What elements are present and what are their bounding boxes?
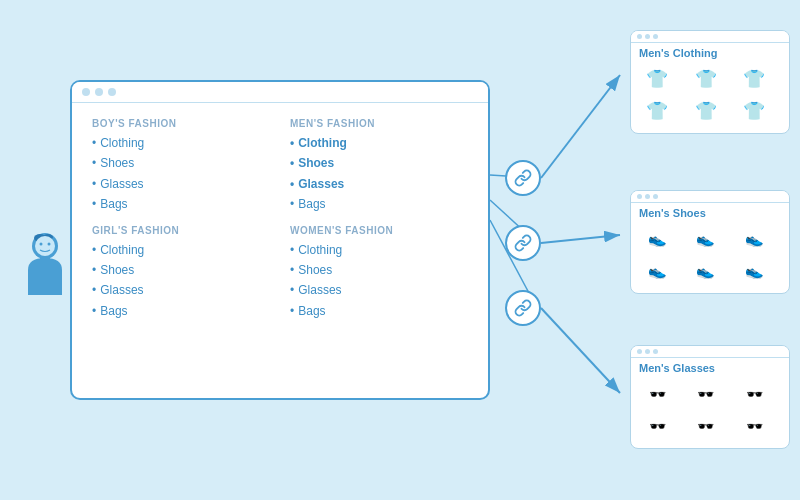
main-browser-window: BOY'S FASHION Clothing Shoes Glasses Bag… (70, 80, 490, 400)
svg-point-12 (40, 243, 43, 246)
mens-fashion-section: MEN'S FASHION Clothing Shoes Glasses Bag… (290, 118, 468, 215)
glasses-item: 🕶️ (688, 412, 724, 440)
card-dot (653, 194, 658, 199)
user-avatar (20, 230, 70, 295)
list-item[interactable]: Clothing (92, 240, 270, 260)
clothing-item: 👕 (736, 97, 772, 125)
boys-fashion-title: BOY'S FASHION (92, 118, 270, 129)
card-title: Men's Glasses (631, 358, 789, 376)
card-dot (637, 34, 642, 39)
list-item[interactable]: Shoes (92, 260, 270, 280)
list-item[interactable]: Bags (290, 301, 468, 321)
list-item[interactable]: Bags (92, 194, 270, 214)
link-icon-shoes[interactable] (505, 225, 541, 261)
svg-point-13 (48, 243, 51, 246)
girls-fashion-list: Clothing Shoes Glasses Bags (92, 240, 270, 322)
shoes-item: 👟 (688, 257, 724, 285)
card-titlebar (631, 191, 789, 203)
result-card-mens-shoes: Men's Shoes 👟 👟 👟 👟 👟 👟 (630, 190, 790, 294)
glasses-item: 🕶️ (736, 380, 772, 408)
svg-line-2 (541, 235, 620, 243)
glasses-item: 🕶️ (688, 380, 724, 408)
list-item[interactable]: Bags (92, 301, 270, 321)
shoes-item: 👟 (688, 225, 724, 253)
svg-point-11 (35, 236, 55, 256)
mens-fashion-title: MEN'S FASHION (290, 118, 468, 129)
svg-line-3 (541, 308, 620, 393)
card-items-grid: 👟 👟 👟 👟 👟 👟 (631, 221, 789, 293)
browser-dot-3 (108, 88, 116, 96)
card-dot (637, 194, 642, 199)
card-title: Men's Shoes (631, 203, 789, 221)
browser-dot-1 (82, 88, 90, 96)
list-item[interactable]: Glasses (290, 174, 468, 194)
browser-content: BOY'S FASHION Clothing Shoes Glasses Bag… (72, 103, 488, 336)
clothing-item: 👕 (688, 65, 724, 93)
glasses-item: 🕶️ (639, 412, 675, 440)
womens-fashion-list: Clothing Shoes Glasses Bags (290, 240, 468, 322)
list-item[interactable]: Glasses (290, 280, 468, 300)
list-item[interactable]: Glasses (92, 174, 270, 194)
shoes-item: 👟 (736, 257, 772, 285)
svg-rect-10 (40, 257, 50, 263)
card-items-grid: 👕 👕 👕 👕 👕 👕 (631, 61, 789, 133)
card-titlebar (631, 31, 789, 43)
result-card-mens-clothing: Men's Clothing 👕 👕 👕 👕 👕 👕 (630, 30, 790, 134)
list-item[interactable]: Glasses (92, 280, 270, 300)
link-icon-clothing[interactable] (505, 160, 541, 196)
card-items-grid: 🕶️ 🕶️ 🕶️ 🕶️ 🕶️ 🕶️ (631, 376, 789, 448)
list-item[interactable]: Shoes (92, 153, 270, 173)
list-item[interactable]: Shoes (290, 260, 468, 280)
card-dot (637, 349, 642, 354)
shoes-item: 👟 (736, 225, 772, 253)
list-item[interactable]: Clothing (92, 133, 270, 153)
clothing-item: 👕 (639, 97, 675, 125)
card-dot (645, 34, 650, 39)
link-icon-glasses[interactable] (505, 290, 541, 326)
card-title: Men's Clothing (631, 43, 789, 61)
glasses-item: 🕶️ (639, 380, 675, 408)
browser-titlebar (72, 82, 488, 103)
shoes-item: 👟 (639, 257, 675, 285)
girls-fashion-title: GIRL'S FASHION (92, 225, 270, 236)
clothing-item: 👕 (639, 65, 675, 93)
list-item[interactable]: Shoes (290, 153, 468, 173)
list-item[interactable]: Bags (290, 194, 468, 214)
girls-fashion-section: GIRL'S FASHION Clothing Shoes Glasses Ba… (92, 225, 270, 322)
card-dot (645, 349, 650, 354)
card-dot (645, 194, 650, 199)
womens-fashion-title: WOMEN'S FASHION (290, 225, 468, 236)
glasses-item: 🕶️ (736, 412, 772, 440)
boys-fashion-section: BOY'S FASHION Clothing Shoes Glasses Bag… (92, 118, 270, 215)
clothing-item: 👕 (688, 97, 724, 125)
shoes-item: 👟 (639, 225, 675, 253)
result-card-mens-glasses: Men's Glasses 🕶️ 🕶️ 🕶️ 🕶️ 🕶️ 🕶️ (630, 345, 790, 449)
card-dot (653, 349, 658, 354)
list-item[interactable]: Clothing (290, 240, 468, 260)
boys-fashion-list: Clothing Shoes Glasses Bags (92, 133, 270, 215)
womens-fashion-section: WOMEN'S FASHION Clothing Shoes Glasses B… (290, 225, 468, 322)
browser-dot-2 (95, 88, 103, 96)
mens-fashion-list: Clothing Shoes Glasses Bags (290, 133, 468, 215)
card-dot (653, 34, 658, 39)
card-titlebar (631, 346, 789, 358)
svg-line-1 (541, 75, 620, 178)
list-item[interactable]: Clothing (290, 133, 468, 153)
clothing-item: 👕 (736, 65, 772, 93)
